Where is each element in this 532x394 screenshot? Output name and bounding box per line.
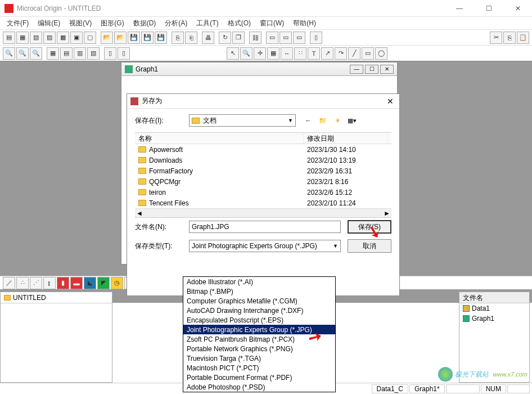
curved-arrow-icon[interactable]: ↷ xyxy=(335,47,347,60)
menu-view[interactable]: 视图(V) xyxy=(65,17,96,29)
save-type-option[interactable]: AutoCAD Drawing Interchange (*.DXF) xyxy=(183,306,335,315)
new-graph-icon[interactable]: ▩ xyxy=(57,32,69,44)
back-button[interactable]: ← xyxy=(303,115,314,126)
print-icon[interactable]: 🖶 xyxy=(202,32,214,44)
refresh-icon[interactable]: ↻ xyxy=(219,32,231,44)
graph-max-button[interactable]: ☐ xyxy=(365,65,378,74)
save-type-option[interactable]: Adobe Photoshop (*.PSD) xyxy=(183,382,335,392)
copy-icon[interactable]: ⎘ xyxy=(503,32,516,44)
view-menu-button[interactable]: ▦▾ xyxy=(346,115,358,126)
zoom-out-icon[interactable]: 🔍 xyxy=(16,47,29,60)
scatter-plot-icon[interactable]: ∴ xyxy=(16,277,29,289)
save-type-option[interactable]: Adobe Illustrator (*.AI) xyxy=(183,277,335,286)
menu-file[interactable]: 文件(F) xyxy=(2,17,33,29)
zoom-tool-icon[interactable]: 🔍 xyxy=(240,47,253,60)
file-row[interactable]: FormatFactory2023/2/9 16:31 xyxy=(135,165,391,176)
save-type-option[interactable]: Bitmap (*.BMP) xyxy=(183,286,335,296)
import-multi-icon[interactable]: ⎗ xyxy=(185,32,197,44)
view-explorer-icon[interactable]: ▯ xyxy=(104,47,116,60)
import-ascii-icon[interactable]: ⎘ xyxy=(172,32,184,44)
file-row[interactable]: QQPCMgr2023/2/1 8:16 xyxy=(135,176,391,187)
line-tool-icon[interactable]: ╱ xyxy=(348,47,360,60)
file-row[interactable]: Tencent Files2023/2/10 11:24 xyxy=(135,198,391,208)
column-header-date[interactable]: 修改日期 xyxy=(304,133,388,144)
graph-min-button[interactable]: — xyxy=(350,65,363,74)
menu-tools[interactable]: 工具(T) xyxy=(192,17,223,29)
horizontal-scrollbar[interactable]: ◄► xyxy=(135,208,391,217)
menu-graph[interactable]: 图形(G) xyxy=(96,17,128,29)
cut-icon[interactable]: ✂ xyxy=(490,32,502,44)
save-type-option[interactable]: Joint Photographic Experts Group (*.JPG) xyxy=(183,325,335,334)
save-type-option[interactable]: Zsoft PC Paintbrush Bitmap (*.PCX) xyxy=(183,334,335,344)
save-type-option[interactable]: Portable Document Format (*.PDF) xyxy=(183,373,335,382)
new-folder-button[interactable]: ✳ xyxy=(332,115,343,126)
dialog-titlebar[interactable]: 另存为 ✕ xyxy=(127,94,399,109)
file-row[interactable]: teiron2023/2/6 15:12 xyxy=(135,187,391,198)
file-row[interactable]: Downloads2023/2/10 13:19 xyxy=(135,155,391,165)
window-tile-icon[interactable]: ▦ xyxy=(47,47,59,60)
close-button[interactable]: ✕ xyxy=(508,2,528,15)
save-in-combo[interactable]: 文档 ▼ xyxy=(189,114,296,127)
column-plot-icon[interactable]: ▮ xyxy=(57,277,69,289)
open-icon[interactable]: 📂 xyxy=(101,32,113,44)
results-log-icon[interactable]: ⛓ xyxy=(249,32,262,44)
circle-tool-icon[interactable]: ◯ xyxy=(375,47,387,60)
new-layout-icon[interactable]: ▣ xyxy=(70,32,83,44)
window-tile-v-icon[interactable]: ▧ xyxy=(87,47,100,60)
graph-window-titlebar[interactable]: Graph1 — ☐ ✕ xyxy=(121,62,397,76)
dialog-close-button[interactable]: ✕ xyxy=(385,96,396,106)
screen-reader-icon[interactable]: ▦ xyxy=(267,47,279,60)
column-header-name[interactable]: 名称 xyxy=(135,133,304,144)
new-matrix-icon[interactable]: ▧ xyxy=(30,32,42,44)
save-type-option[interactable]: Computer Graphics Metafile (*.CGM) xyxy=(183,296,335,306)
column-tool-icon[interactable]: ▯ xyxy=(310,32,322,44)
minimize-button[interactable]: — xyxy=(450,2,469,15)
cancel-button[interactable]: 取消 xyxy=(348,239,391,253)
line-plot-icon[interactable]: ／ xyxy=(3,277,15,289)
menu-help[interactable]: 帮助(H) xyxy=(288,17,321,29)
filename-input[interactable]: Graph1.JPG xyxy=(189,221,341,233)
menu-analysis[interactable]: 分析(A) xyxy=(160,17,192,29)
area-plot-icon[interactable]: ◣ xyxy=(84,277,96,289)
menu-data[interactable]: 数据(D) xyxy=(129,17,161,29)
maximize-button[interactable]: ☐ xyxy=(479,2,498,15)
save-type-option[interactable]: Encapsulated Postscript (*.EPS) xyxy=(183,315,335,325)
save-icon[interactable]: 💾 xyxy=(128,32,140,44)
fill-area-icon[interactable]: ◤ xyxy=(97,277,110,289)
file-row[interactable]: Apowersoft2023/1/30 14:10 xyxy=(135,144,391,155)
save-type-option[interactable]: Truevision Targa (*.TGA) xyxy=(183,353,335,363)
zoom-full-icon[interactable]: 🔍 xyxy=(30,47,42,60)
data-selector-icon[interactable]: ↔ xyxy=(281,47,293,60)
pie-plot-icon[interactable]: ◷ xyxy=(111,277,123,289)
menu-edit[interactable]: 编辑(E) xyxy=(33,17,65,29)
save-type-option[interactable]: Portable Network Graphics (*.PNG) xyxy=(183,344,335,353)
arrow-tool-icon[interactable]: ↗ xyxy=(321,47,333,60)
bar-plot-icon[interactable]: ▬ xyxy=(70,277,83,289)
save-type-combo[interactable]: Joint Photographic Experts Group (*.JPG)… xyxy=(189,240,341,252)
data-reader-icon[interactable]: ✛ xyxy=(254,47,266,60)
window-cascade-icon[interactable]: ▤ xyxy=(60,47,73,60)
graph-close-button[interactable]: ✕ xyxy=(380,65,394,74)
rescale-icon[interactable]: ▭ xyxy=(266,32,278,44)
zoom-in-icon[interactable]: 🔍 xyxy=(3,47,15,60)
view-results-icon[interactable]: ▯ xyxy=(118,47,130,60)
new-project-icon[interactable]: ▤ xyxy=(3,32,15,44)
project-root[interactable]: UNTITLED xyxy=(1,292,112,303)
pointer-icon[interactable]: ↖ xyxy=(227,47,239,60)
save-button[interactable]: 保存(S) xyxy=(348,220,391,234)
new-workbook-icon[interactable]: ▦ xyxy=(16,32,29,44)
up-folder-button[interactable]: 📁 xyxy=(317,115,328,126)
paste-icon[interactable]: 📋 xyxy=(517,32,529,44)
window-list-item[interactable]: Data1 xyxy=(459,303,529,314)
menu-window[interactable]: 窗口(W) xyxy=(255,17,288,29)
rect-tool-icon[interactable]: ▭ xyxy=(362,47,374,60)
layer-tool-icon[interactable]: ▭ xyxy=(293,32,305,44)
text-tool-icon[interactable]: T xyxy=(308,47,320,60)
save-project-icon[interactable]: 💾 xyxy=(155,32,167,44)
vertical-drop-icon[interactable]: ⫿ xyxy=(43,277,56,289)
new-notes-icon[interactable]: ▢ xyxy=(84,32,96,44)
window-tile-h-icon[interactable]: ▥ xyxy=(74,47,86,60)
new-excel-icon[interactable]: ▨ xyxy=(43,32,56,44)
line-symbol-icon[interactable]: ⋰ xyxy=(30,277,42,289)
draw-data-icon[interactable]: ∷ xyxy=(294,47,306,60)
